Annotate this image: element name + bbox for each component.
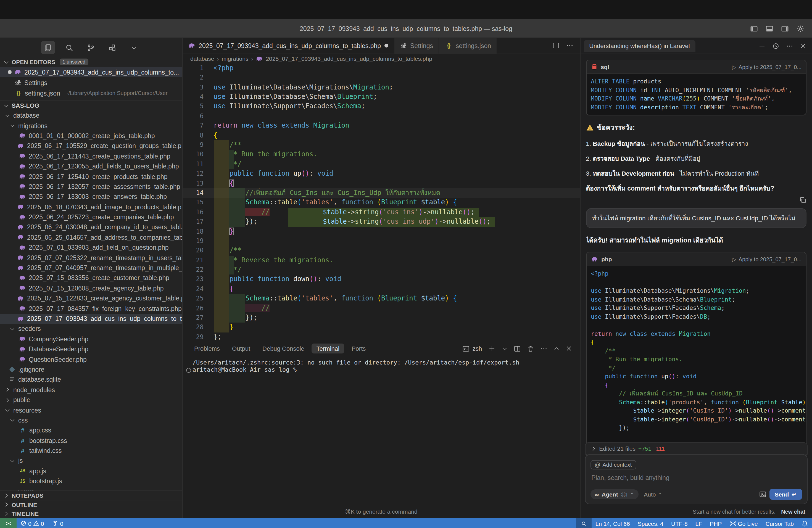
tree-file[interactable]: 2025_06_17_121443_create_questions_table…	[0, 151, 182, 161]
panel-tab-debug-console[interactable]: Debug Console	[257, 343, 309, 353]
tree-file[interactable]: DatabaseSeeder.php	[0, 344, 182, 354]
gear-icon[interactable]	[797, 25, 804, 32]
chevron-down-icon-button[interactable]	[127, 41, 141, 54]
panel-tab-terminal[interactable]: Terminal	[311, 343, 344, 353]
panel-tab-output[interactable]: Output	[227, 343, 255, 353]
tree-file[interactable]: 0001_01_01_000002_create_jobs_table.php	[0, 131, 182, 141]
tree-file[interactable]: 2025_07_07_040957_rename_timestamp_in_mu…	[0, 263, 182, 273]
edited-files-bar[interactable]: Edited 21 files +751 -111	[585, 442, 808, 455]
source-control-icon-button[interactable]	[84, 41, 98, 54]
tree-folder[interactable]: views	[0, 486, 182, 491]
plus-icon[interactable]	[488, 345, 495, 352]
cursor-tab-toggle[interactable]: Cursor Tab	[762, 518, 798, 528]
sidebar-section-outline[interactable]: OUTLINE	[0, 500, 182, 510]
chevron-up-icon[interactable]	[553, 346, 559, 352]
search-icon-button[interactable]	[62, 41, 77, 54]
tree-file[interactable]: database.sqlite	[0, 375, 182, 385]
apply-button[interactable]: ▷ Apply to 2025_07_17_0...	[732, 256, 801, 262]
tree-file[interactable]: 2025_06_17_125410_create_products_table.…	[0, 172, 182, 182]
tree-folder[interactable]: database	[0, 111, 182, 121]
breadcrumb-item[interactable]: database	[190, 56, 214, 62]
split-editor-icon[interactable]	[552, 42, 559, 49]
tree-file[interactable]: 2025_06_18_070343_add_image_to_products_…	[0, 202, 182, 212]
apply-button[interactable]: ▷ Apply to 2025_07_17_0...	[732, 64, 801, 70]
tree-file[interactable]: 2025_06_24_025723_create_companies_table…	[0, 212, 182, 222]
tree-file[interactable]: 2025_06_17_123055_add_fields_to_users_ta…	[0, 161, 182, 172]
new-chat-button[interactable]: New chat	[781, 509, 806, 515]
model-selector[interactable]: Auto⌃	[644, 491, 662, 498]
panel-bottom-icon[interactable]	[766, 25, 773, 32]
tree-file[interactable]: #bootstrap.css	[0, 436, 182, 446]
cursor-position[interactable]: Ln 14, Col 66	[592, 518, 634, 528]
tree-file[interactable]: 2025_07_17_084357_fix_foreign_key_constr…	[0, 304, 182, 314]
eol-setting[interactable]: LF	[692, 518, 706, 528]
tree-file[interactable]: .gitignore	[0, 365, 182, 375]
tree-file[interactable]: 2025_07_07_025322_rename_timestamp_in_us…	[0, 253, 182, 263]
open-editor-item[interactable]: Settings	[0, 77, 182, 88]
problems-status[interactable]: 0 0	[17, 518, 48, 528]
close-icon[interactable]	[565, 345, 572, 352]
project-root-header[interactable]: SAS-LOG	[0, 100, 182, 111]
close-icon[interactable]	[800, 43, 807, 49]
panel-right-icon[interactable]	[781, 25, 789, 32]
breadcrumb-item[interactable]: 2025_07_17_093943_add_cus_ins_udp_column…	[266, 56, 432, 62]
tree-file[interactable]: QuestionSeeder.php	[0, 354, 182, 365]
remote-indicator[interactable]: ><	[0, 518, 17, 528]
editor-tab[interactable]: {}settings.json	[439, 38, 497, 54]
tree-file[interactable]: JSapp.js	[0, 466, 182, 476]
panel-left-icon[interactable]	[750, 25, 758, 32]
go-live-button[interactable]: Go Live	[726, 518, 762, 528]
ellipsis-icon[interactable]	[786, 42, 793, 49]
tree-file[interactable]: 2025_07_01_033903_add_field_on_question.…	[0, 243, 182, 253]
tree-folder[interactable]: js	[0, 456, 182, 466]
encoding-setting[interactable]: UTF-8	[667, 518, 692, 528]
breadcrumb[interactable]: database›migrations›2025_07_17_093943_ad…	[183, 54, 580, 63]
tree-folder[interactable]: node_modules	[0, 385, 182, 395]
tree-folder[interactable]: css	[0, 415, 182, 425]
send-button[interactable]: Send ↵	[769, 489, 802, 500]
files-icon-button[interactable]	[41, 41, 55, 54]
panel-tab-problems[interactable]: Problems	[189, 343, 225, 353]
trash-icon[interactable]	[527, 345, 534, 352]
panel-tab-ports[interactable]: Ports	[347, 343, 371, 353]
tree-file[interactable]: 2025_06_17_132057_create_assessments_tab…	[0, 181, 182, 192]
indentation-setting[interactable]: Spaces: 4	[634, 518, 667, 528]
plus-icon[interactable]	[758, 42, 766, 49]
code-editor[interactable]: 1<?php23use Illuminate\Database\Migratio…	[183, 63, 580, 341]
ports-status[interactable]: 0	[48, 518, 67, 528]
open-editor-item[interactable]: {}settings.json~/Library/Application Sup…	[0, 88, 182, 98]
tree-file[interactable]: 2025_07_15_122833_create_agency_customer…	[0, 293, 182, 304]
ellipsis-icon[interactable]	[566, 42, 573, 49]
chat-input-box[interactable]: @ Add context Plan, search, build anythi…	[585, 455, 808, 504]
language-mode[interactable]: PHP	[706, 518, 726, 528]
open-editors-header[interactable]: OPEN EDITORS 1 unsaved	[0, 57, 182, 67]
tree-file[interactable]: 2025_06_17_105529_create_question_groups…	[0, 141, 182, 151]
add-context-button[interactable]: @ Add context	[590, 460, 636, 469]
tree-file[interactable]: 2025_07_17_093943_add_cus_ins_udp_column…	[0, 314, 182, 324]
chevron-down-icon[interactable]	[501, 346, 507, 352]
chat-tab-title[interactable]: Understanding whereHas() in Laravel	[584, 40, 695, 52]
history-icon[interactable]	[772, 42, 779, 49]
tree-folder[interactable]: resources	[0, 405, 182, 415]
split-editor-icon[interactable]	[513, 345, 521, 352]
tree-folder[interactable]: seeders	[0, 324, 182, 334]
ellipsis-icon[interactable]	[540, 345, 547, 352]
tree-folder[interactable]: migrations	[0, 121, 182, 131]
open-editor-item[interactable]: 2025_07_17_093943_add_cus_ins_udp_column…	[0, 67, 182, 77]
tree-file[interactable]: JSbootstrap.js	[0, 476, 182, 486]
tree-file[interactable]: CompanySeeder.php	[0, 334, 182, 344]
tree-file[interactable]: 2025_06_24_030048_add_company_id_to_user…	[0, 222, 182, 233]
notifications-bell[interactable]	[798, 518, 812, 528]
copy-icon[interactable]	[799, 196, 807, 204]
chat-input-placeholder[interactable]: Plan, search, build anything	[591, 474, 802, 481]
sidebar-section-notepads[interactable]: NOTEPADS	[0, 491, 182, 500]
tree-file[interactable]: 2025_06_17_133003_create_answers_table.p…	[0, 192, 182, 202]
tree-file[interactable]: #tailwind.css	[0, 446, 182, 456]
image-attach-icon[interactable]	[759, 490, 766, 498]
sidebar-section-timeline[interactable]: TIMELINE	[0, 510, 182, 518]
breadcrumb-item[interactable]: migrations	[222, 56, 249, 62]
terminal-output[interactable]: /Users/aritach/.zshrc:source:3: no such …	[183, 356, 580, 518]
tree-file[interactable]: #app.css	[0, 425, 182, 436]
editor-tab[interactable]: Settings	[394, 38, 439, 54]
panel-search-toggle[interactable]	[576, 518, 592, 528]
